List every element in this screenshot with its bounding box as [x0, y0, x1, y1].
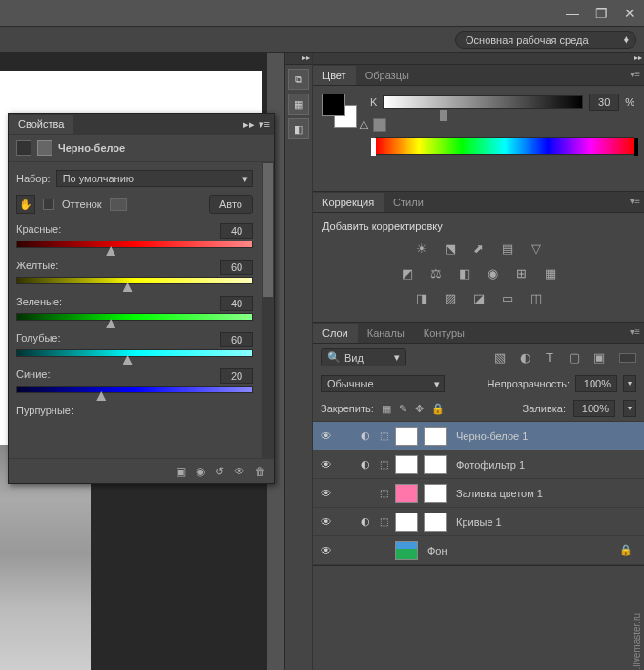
- photo-filter-icon[interactable]: ◉: [485, 264, 502, 282]
- layer-name[interactable]: Черно-белое 1: [452, 430, 638, 442]
- close-button[interactable]: ✕: [615, 0, 644, 27]
- tab-properties[interactable]: Свойства: [9, 115, 73, 134]
- fill-flyout[interactable]: ▾: [623, 400, 636, 417]
- filter-adjust-icon[interactable]: ◐: [516, 349, 533, 366]
- lock-pixels-icon[interactable]: ✎: [399, 403, 407, 415]
- fill-value[interactable]: 100%: [573, 400, 615, 417]
- hue-sat-icon[interactable]: ◩: [399, 264, 416, 282]
- maximize-button[interactable]: ❐: [587, 0, 615, 27]
- selective-color-icon[interactable]: ◫: [528, 289, 545, 306]
- opacity-flyout[interactable]: ▾: [623, 375, 636, 392]
- actions-panel-icon[interactable]: ▦: [288, 94, 309, 115]
- blend-mode-select[interactable]: Обычные: [321, 375, 445, 392]
- tab-paths[interactable]: Контуры: [414, 324, 474, 343]
- visibility-icon[interactable]: 👁: [319, 429, 334, 443]
- exposure-icon[interactable]: ▤: [499, 240, 516, 257]
- link-icon[interactable]: ⬚: [378, 459, 389, 470]
- vibrance-icon[interactable]: ▽: [528, 240, 545, 257]
- tint-checkbox[interactable]: [43, 199, 54, 210]
- view-previous-icon[interactable]: ◉: [196, 465, 205, 478]
- lock-all-icon[interactable]: 🔒: [431, 403, 445, 415]
- layer-row[interactable]: 👁◐⬚Фотофильтр 1: [313, 450, 644, 479]
- tab-styles[interactable]: Стили: [384, 193, 433, 212]
- k-value[interactable]: 30: [589, 94, 619, 111]
- panel-menu-icon[interactable]: ▾≡: [630, 326, 640, 337]
- panel-menu-icon[interactable]: ▾≡: [630, 196, 640, 206]
- clip-to-layer-icon[interactable]: ▣: [176, 465, 186, 478]
- layer-name[interactable]: Фон: [424, 545, 613, 556]
- tab-adjustments[interactable]: Коррекция: [313, 193, 384, 212]
- slider-value[interactable]: 20: [220, 368, 253, 384]
- layer-row[interactable]: 👁◐⬚Черно-белое 1: [313, 422, 644, 450]
- layer-thumbnail[interactable]: [395, 541, 418, 560]
- tab-layers[interactable]: Слои: [313, 324, 358, 343]
- k-slider[interactable]: [383, 95, 583, 109]
- color-balance-icon[interactable]: ⚖: [427, 264, 445, 282]
- effects-icon[interactable]: ◐: [359, 458, 372, 471]
- layer-filter-kind[interactable]: 🔍Вид▾: [321, 348, 406, 366]
- lock-transparency-icon[interactable]: ▦: [382, 403, 391, 415]
- gradient-map-icon[interactable]: ▭: [499, 289, 516, 306]
- gamut-color-box[interactable]: [373, 118, 386, 132]
- expand-dock-icon[interactable]: ▸▸: [285, 53, 312, 65]
- link-icon[interactable]: ⬚: [378, 430, 389, 441]
- panel-menu-icon[interactable]: ▾≡: [630, 69, 640, 79]
- layer-thumbnail[interactable]: [395, 513, 418, 532]
- gamut-warning-icon[interactable]: ⚠: [359, 118, 369, 132]
- workspace-select[interactable]: Основная рабочая среда: [455, 31, 636, 49]
- curves-icon[interactable]: ⬈: [470, 240, 488, 257]
- opacity-value[interactable]: 100%: [575, 375, 617, 392]
- auto-button[interactable]: Авто: [209, 195, 253, 214]
- history-panel-icon[interactable]: ⧉: [288, 69, 309, 90]
- threshold-icon[interactable]: ◪: [470, 289, 488, 306]
- filter-toggle[interactable]: [619, 353, 636, 363]
- tint-color-swatch[interactable]: [110, 198, 127, 211]
- slider-value[interactable]: 60: [220, 260, 253, 275]
- layer-name[interactable]: Фотофильтр 1: [452, 459, 638, 471]
- color-spectrum[interactable]: [375, 137, 634, 155]
- slider-track[interactable]: [16, 277, 253, 286]
- foreground-color[interactable]: [322, 94, 345, 116]
- filter-shape-icon[interactable]: ▢: [566, 349, 583, 366]
- info-panel-icon[interactable]: ◧: [288, 118, 309, 139]
- layer-thumbnail[interactable]: [395, 455, 418, 474]
- link-icon[interactable]: ⬚: [378, 488, 389, 498]
- link-icon[interactable]: ⬚: [378, 516, 389, 527]
- slider-track[interactable]: [16, 349, 253, 359]
- reset-icon[interactable]: ↺: [215, 465, 224, 478]
- filter-pixel-icon[interactable]: ▧: [491, 349, 509, 366]
- preset-select[interactable]: По умолчанию: [56, 170, 253, 187]
- channel-mixer-icon[interactable]: ⊞: [513, 264, 530, 282]
- layer-mask[interactable]: [424, 513, 447, 532]
- bw-icon[interactable]: ◧: [456, 264, 473, 282]
- layer-row[interactable]: 👁⬚Заливка цветом 1: [313, 479, 644, 508]
- effects-icon[interactable]: ◐: [359, 515, 372, 528]
- layer-row[interactable]: 👁Фон🔒: [313, 536, 644, 565]
- targeted-adjust-tool[interactable]: ✋: [16, 195, 35, 214]
- layer-row[interactable]: 👁◐⬚Кривые 1: [313, 508, 644, 536]
- tab-color[interactable]: Цвет: [313, 66, 356, 85]
- filter-type-icon[interactable]: T: [541, 349, 558, 366]
- slider-value[interactable]: 40: [220, 296, 253, 311]
- slider-value[interactable]: 40: [220, 223, 253, 239]
- color-lookup-icon[interactable]: ▦: [542, 264, 559, 282]
- layer-name[interactable]: Заливка цветом 1: [452, 488, 638, 499]
- visibility-icon[interactable]: 👁: [319, 544, 334, 557]
- visibility-icon[interactable]: 👁: [319, 515, 334, 529]
- visibility-icon[interactable]: 👁: [319, 487, 334, 500]
- tab-channels[interactable]: Каналы: [358, 324, 414, 343]
- invert-icon[interactable]: ◨: [413, 289, 430, 306]
- properties-scrollbar[interactable]: [262, 162, 274, 458]
- filter-smart-icon[interactable]: ▣: [591, 349, 608, 366]
- collapse-panels-icon[interactable]: ▸▸: [313, 53, 644, 65]
- layer-thumbnail[interactable]: [395, 427, 418, 446]
- layer-thumbnail[interactable]: [395, 484, 418, 503]
- layer-mask[interactable]: [424, 455, 447, 474]
- layer-mask[interactable]: [424, 427, 447, 446]
- levels-icon[interactable]: ⬔: [442, 240, 459, 257]
- visibility-icon[interactable]: 👁: [319, 458, 334, 471]
- effects-icon[interactable]: ◐: [359, 429, 372, 442]
- layer-mask[interactable]: [424, 484, 447, 503]
- collapse-icon[interactable]: ▸▸: [243, 118, 255, 131]
- toggle-visibility-icon[interactable]: 👁: [234, 465, 245, 478]
